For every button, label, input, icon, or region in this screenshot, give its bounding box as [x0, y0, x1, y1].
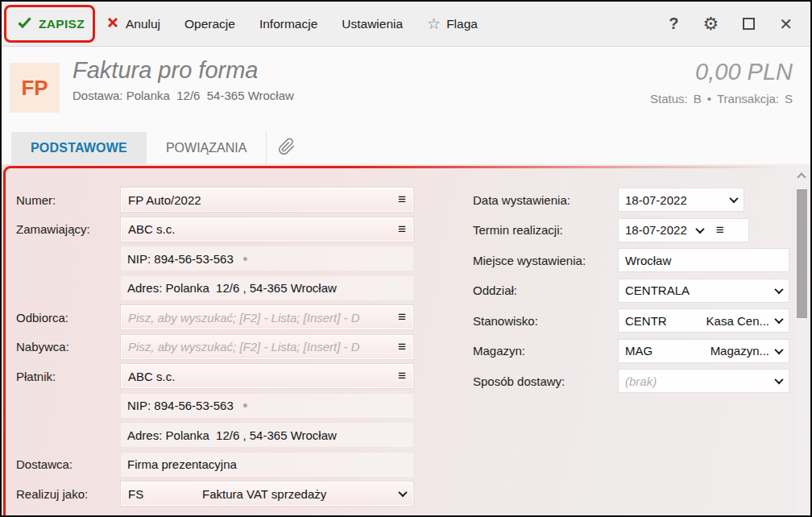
field-row-stanowisko: Stanowisko: CENTR Kasa Cen... [461, 308, 791, 333]
flag-button[interactable]: ☆ Flaga [427, 16, 478, 31]
sposob-dostawy-select[interactable]: (brak) [618, 369, 789, 393]
cancel-x-icon [107, 17, 118, 31]
page-title: Faktura pro forma [72, 57, 294, 84]
form-highlight-annotation-corner [3, 166, 16, 179]
scrollbar-thumb[interactable] [797, 189, 807, 318]
termin-realizacji-label: Termin realizacji: [461, 223, 618, 237]
numer-input[interactable]: FP Auto/2022 ≡ [121, 188, 413, 212]
chevron-down-icon [729, 194, 738, 203]
nip-label: NIP: [127, 399, 151, 412]
miejsce-wystawienia-input[interactable]: Wrocław [618, 248, 789, 272]
save-button-label: ZAPISZ [39, 17, 85, 31]
form-left-column: Numer: FP Auto/2022 ≡ Zamawiający: ABC s… [14, 188, 413, 511]
field-row-termin-realizacji: Termin realizacji: 18-07-2022 ≡ [461, 218, 791, 242]
dostawca-value: Firma prezentacyjna [121, 453, 413, 477]
zamawiajacy-input[interactable]: ABC s.c. ≡ [121, 217, 413, 242]
total-amount: 0,00 PLN [650, 59, 793, 85]
transaction-label: Transakcja: [717, 92, 779, 105]
form-highlight-annotation-left [3, 172, 6, 515]
miejsce-wystawienia-label: Miejsce wystawienia: [461, 254, 618, 267]
delivery-subtitle: Dostawa: Polanka 12/6 54-365 Wrocław [72, 89, 294, 102]
paperclip-icon [278, 138, 296, 159]
menu-icon[interactable]: ≡ [711, 222, 724, 238]
toolbar: ZAPISZ Anuluj Operacje Informacje Ustawi… [2, 2, 810, 47]
menu-icon[interactable]: ≡ [393, 221, 406, 238]
form-panel: Numer: FP Auto/2022 ≡ Zamawiający: ABC s… [2, 164, 810, 515]
adres-value: Polanka 12/6 , 54-365 Wrocław [166, 281, 337, 295]
menu-icon[interactable]: ≡ [393, 339, 406, 355]
field-row-zamawiajacy: Zamawiający: ABC s.c. ≡ [14, 217, 413, 242]
field-row-miejsce-wystawienia: Miejsce wystawienia: Wrocław [461, 248, 791, 272]
zamawiajacy-adres-row: Adres: Polanka 12/6 , 54-365 Wrocław [14, 276, 413, 300]
platnik-adres-row: Adres: Polanka 12/6 , 54-365 Wrocław [14, 423, 413, 447]
field-row-nabywca: Nabywca: Pisz, aby wyszukać; [F2] - List… [14, 335, 413, 359]
menu-icon[interactable]: ≡ [393, 368, 406, 384]
maximize-icon[interactable] [743, 18, 755, 30]
field-row-data-wystawienia: Data wystawienia: 18-07-2022 [461, 188, 791, 212]
stanowisko-value: Kasa Cen... [706, 314, 776, 328]
platnik-adres: Adres: Polanka 12/6 , 54-365 Wrocław [121, 423, 413, 447]
tab-podstawowe[interactable]: PODSTAWOWE [11, 132, 147, 164]
form-highlight-annotation-top [10, 166, 810, 168]
adres-label: Adres: [127, 281, 162, 295]
adres-label: Adres: [127, 428, 162, 442]
magazyn-value: Magazyn... [710, 344, 776, 358]
chevron-down-icon [774, 315, 783, 324]
save-button[interactable]: ZAPISZ [18, 17, 85, 31]
zamawiajacy-nip: NIP: 894-56-53-563 [121, 246, 413, 271]
nabywca-placeholder: Pisz, aby wyszukać; [F2] - Lista; [Inser… [128, 340, 393, 354]
transaction-value: S [785, 92, 793, 105]
zamawiajacy-label: Zamawiający: [14, 222, 121, 236]
odbiorca-placeholder: Pisz, aby wyszukać; [F2] - Lista; [Inser… [128, 311, 393, 325]
field-row-numer: Numer: FP Auto/2022 ≡ [14, 188, 413, 212]
nabywca-input[interactable]: Pisz, aby wyszukać; [F2] - Lista; [Inser… [121, 335, 413, 359]
stanowisko-select[interactable]: CENTR Kasa Cen... [618, 308, 789, 333]
menu-information[interactable]: Informacje [259, 17, 317, 31]
platnik-label: Płatnik: [14, 370, 121, 383]
field-row-oddzial: Oddział: CENTRALA [461, 279, 791, 303]
close-icon[interactable]: ✕ [779, 16, 793, 32]
chevron-down-icon [398, 488, 407, 497]
zamawiajacy-nip-row: NIP: 894-56-53-563 [14, 246, 413, 271]
odbiorca-input[interactable]: Pisz, aby wyszukać; [F2] - Lista; [Inser… [121, 305, 413, 329]
magazyn-label: Magazyn: [461, 344, 618, 358]
menu-operations[interactable]: Operacje [184, 17, 235, 31]
realizuj-select[interactable]: FS Faktura VAT sprzedaży [121, 482, 413, 506]
document-type-badge: FP [10, 63, 60, 113]
tab-powiazania[interactable]: POWIĄZANIA [147, 132, 267, 164]
chevron-down-icon [695, 224, 704, 233]
status-value: B [694, 92, 702, 105]
field-row-dostawca: Dostawca: Firma prezentacyjna [14, 453, 413, 477]
numer-label: Numer: [14, 193, 121, 207]
checkmark-icon [18, 17, 31, 31]
sposob-dostawy-placeholder: (brak) [625, 374, 776, 388]
stanowisko-label: Stanowisko: [461, 314, 618, 328]
field-row-platnik: Płatnik: ABC s.c. ≡ [14, 364, 413, 388]
adres-value: Polanka 12/6 , 54-365 Wrocław [166, 428, 337, 442]
platnik-nip-row: NIP: 894-56-53-563 [14, 394, 413, 418]
status-line: Status: B • Transakcja: S [650, 92, 793, 105]
menu-icon[interactable]: ≡ [393, 192, 406, 208]
gear-icon[interactable]: ⚙ [703, 15, 719, 33]
realizuj-label: Realizuj jako: [14, 487, 121, 501]
status-separator-dot: • [707, 92, 711, 105]
platnik-input[interactable]: ABC s.c. ≡ [121, 364, 413, 388]
cancel-button[interactable]: Anuluj [107, 17, 160, 31]
nip-value: 894-56-53-563 [154, 252, 233, 266]
cancel-button-label: Anuluj [126, 17, 160, 31]
menu-settings[interactable]: Ustawienia [342, 17, 403, 31]
nip-dot-icon [243, 257, 247, 261]
form-right-column: Data wystawienia: 18-07-2022 Termin real… [461, 188, 791, 399]
platnik-nip: NIP: 894-56-53-563 [121, 394, 413, 418]
attachments-button[interactable] [278, 132, 296, 164]
zamawiajacy-adres: Adres: Polanka 12/6 , 54-365 Wrocław [121, 276, 413, 300]
termin-realizacji-datepicker[interactable]: 18-07-2022 ≡ [618, 218, 749, 242]
oddzial-select[interactable]: CENTRALA [618, 279, 789, 303]
flag-button-label: Flaga [446, 17, 478, 31]
menu-icon[interactable]: ≡ [393, 309, 406, 325]
magazyn-select[interactable]: MAG Magazyn... [618, 339, 789, 363]
odbiorca-label: Odbiorca: [14, 311, 121, 325]
help-button[interactable]: ? [669, 14, 678, 33]
magazyn-code: MAG [625, 344, 699, 358]
data-wystawienia-datepicker[interactable]: 18-07-2022 [618, 188, 744, 212]
